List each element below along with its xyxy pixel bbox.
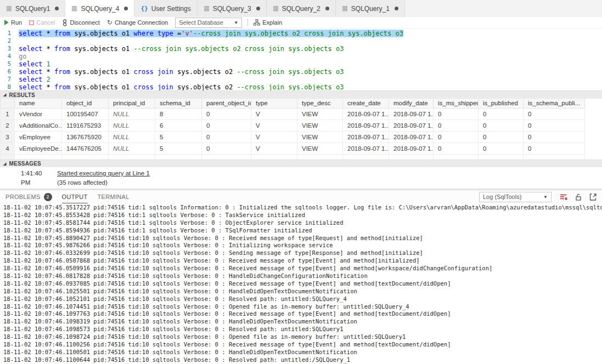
table-cell[interactable]: 2018-09-07 1... bbox=[389, 143, 434, 154]
table-cell[interactable]: NULL bbox=[109, 143, 155, 154]
table-cell[interactable]: NULL bbox=[109, 131, 155, 143]
column-header-type[interactable]: type bbox=[251, 99, 297, 108]
editor-line[interactable]: 5select 1 bbox=[0, 60, 602, 68]
table-cell[interactable]: 6 bbox=[155, 120, 202, 131]
table-cell[interactable]: 2018-09-07 1... bbox=[389, 131, 434, 143]
panel-tab-problems[interactable]: PROBLEMS2 bbox=[5, 190, 52, 203]
message-link[interactable]: Started executing query at Line 1 bbox=[57, 169, 150, 178]
editor-line[interactable]: 3select * from sys.objects o1 --cross jo… bbox=[0, 45, 602, 53]
editor-tab-sqlquery-1[interactable]: SQLQuery_1 bbox=[336, 0, 405, 17]
table-cell[interactable]: vAdditionalCo... bbox=[15, 120, 62, 131]
editor-tab-sqlquery-3[interactable]: SQLQuery_3 bbox=[198, 0, 267, 17]
editor-line[interactable]: 1select * from sys.objects o1 where type… bbox=[0, 30, 602, 37]
column-header-modify_date[interactable]: modify_date bbox=[389, 99, 434, 108]
scroll-lock-icon[interactable] bbox=[575, 194, 582, 201]
column-header-schema_id[interactable]: schema_id bbox=[155, 99, 202, 108]
editor-line[interactable]: 6select * from sys.objects o1 cross join… bbox=[0, 68, 602, 76]
change-connection-button[interactable]: ↻ Change Connection bbox=[107, 19, 168, 26]
column-header-type_desc[interactable]: type_desc bbox=[297, 99, 343, 108]
editor-line[interactable]: 8select * from sys.objects o1 cross join… bbox=[0, 83, 602, 90]
table-cell[interactable]: 0 bbox=[479, 108, 524, 120]
table-cell[interactable]: 0 bbox=[479, 131, 524, 143]
table-cell[interactable]: 2018-09-07 1... bbox=[343, 143, 389, 154]
dirty-indicator-icon[interactable] bbox=[325, 7, 329, 10]
editor-tab-user-settings[interactable]: {}User Settings bbox=[134, 0, 197, 17]
column-header-parent_object_id[interactable]: parent_object_id bbox=[202, 99, 251, 108]
table-cell[interactable]: 5 bbox=[155, 143, 202, 154]
table-cell[interactable]: 1447676205 bbox=[62, 143, 109, 154]
table-cell[interactable]: V bbox=[251, 120, 297, 131]
table-cell[interactable]: V bbox=[251, 143, 297, 154]
disconnect-button[interactable]: Disconnect bbox=[62, 19, 99, 26]
table-cell[interactable]: 0 bbox=[434, 108, 479, 120]
dirty-indicator-icon[interactable] bbox=[395, 7, 398, 10]
table-cell[interactable]: 2018-09-07 1... bbox=[343, 131, 389, 143]
table-cell[interactable]: 2018-09-07 1... bbox=[343, 108, 389, 120]
table-cell[interactable]: NULL bbox=[109, 108, 155, 120]
table-cell[interactable]: 1191675293 bbox=[62, 120, 109, 131]
table-cell[interactable]: 0 bbox=[524, 143, 585, 154]
output-channel-dropdown[interactable]: Log (SqlTools) ▼ bbox=[479, 192, 552, 202]
table-cell[interactable]: VIEW bbox=[297, 120, 343, 131]
table-cell[interactable]: 2018-09-07 1... bbox=[343, 120, 389, 131]
row-number-cell[interactable]: 3 bbox=[1, 131, 15, 143]
table-cell[interactable]: 0 bbox=[202, 108, 251, 120]
column-header-create_date[interactable]: create_date bbox=[343, 99, 389, 108]
table-cell[interactable]: 0 bbox=[434, 120, 479, 131]
row-number-cell[interactable]: 2 bbox=[1, 120, 15, 131]
editor-tab-sqlquery-4[interactable]: SQLQuery_4 bbox=[65, 0, 134, 17]
table-cell[interactable]: 0 bbox=[434, 143, 479, 154]
table-cell[interactable]: VIEW bbox=[297, 143, 343, 154]
column-header-principal_id[interactable]: principal_id bbox=[109, 99, 155, 108]
column-header-is_published[interactable]: is_published bbox=[479, 99, 524, 108]
table-cell[interactable]: 0 bbox=[524, 131, 585, 143]
table-cell[interactable]: 2018-09-07 1... bbox=[389, 120, 434, 131]
row-number-cell[interactable]: 4 bbox=[1, 143, 15, 154]
dirty-indicator-icon[interactable] bbox=[55, 7, 59, 10]
table-cell[interactable]: vEmployeeDe... bbox=[15, 143, 62, 154]
panel-tab-terminal[interactable]: TERMINAL bbox=[98, 190, 130, 203]
column-header-is_ms_shipped[interactable]: is_ms_shipped bbox=[434, 99, 479, 108]
results-section-header[interactable]: ◢ RESULTS bbox=[0, 90, 602, 99]
explain-button[interactable]: Explain bbox=[254, 19, 282, 26]
editor-line[interactable]: 4go bbox=[0, 53, 602, 60]
sql-editor[interactable]: 1select * from sys.objects o1 where type… bbox=[0, 29, 602, 90]
column-header-is_schema_publi[interactable]: is_schema_publi... bbox=[524, 99, 585, 108]
table-cell[interactable]: 5 bbox=[155, 131, 202, 143]
clear-output-icon[interactable] bbox=[559, 194, 567, 201]
table-row[interactable]: 3vEmployee1367675920NULL50VVIEW2018-09-0… bbox=[1, 131, 585, 143]
column-header-name[interactable]: name bbox=[15, 99, 62, 108]
table-cell[interactable]: 2018-09-07 1... bbox=[389, 108, 434, 120]
messages-section-header[interactable]: ◢ MESSAGES bbox=[0, 160, 602, 167]
table-row[interactable]: 2vAdditionalCo...1191675293NULL60VVIEW20… bbox=[1, 120, 585, 131]
output-log[interactable]: 18-11-02 10:07:45.3517227 pid:74516 tid:… bbox=[0, 203, 602, 364]
dirty-indicator-icon[interactable] bbox=[256, 7, 260, 10]
table-cell[interactable]: 1367675920 bbox=[62, 131, 109, 143]
table-cell[interactable]: V bbox=[251, 108, 297, 120]
editor-tab-sqlquery-2[interactable]: SQLQuery_2 bbox=[267, 0, 336, 17]
table-cell[interactable]: 8 bbox=[155, 108, 202, 120]
table-cell[interactable]: vEmployee bbox=[15, 131, 62, 143]
table-cell[interactable]: 0 bbox=[202, 131, 251, 143]
table-cell[interactable]: VIEW bbox=[297, 108, 343, 120]
table-cell[interactable]: 100195407 bbox=[62, 108, 109, 120]
panel-tab-output[interactable]: OUTPUT bbox=[62, 190, 88, 203]
dirty-indicator-icon[interactable] bbox=[124, 7, 128, 10]
editor-tab-sqlquery1[interactable]: SQLQuery1 bbox=[0, 0, 65, 17]
table-cell[interactable]: 0 bbox=[524, 108, 585, 120]
run-button[interactable]: Run bbox=[4, 19, 22, 26]
editor-line[interactable]: 7select 2 bbox=[0, 76, 602, 83]
row-number-cell[interactable]: 1 bbox=[1, 108, 15, 120]
table-cell[interactable]: 0 bbox=[202, 143, 251, 154]
column-header-object_id[interactable]: object_id bbox=[62, 99, 109, 108]
table-cell[interactable]: 0 bbox=[524, 120, 585, 131]
results-grid[interactable]: nameobject_idprincipal_idschema_idparent… bbox=[0, 99, 602, 160]
table-cell[interactable]: 0 bbox=[202, 120, 251, 131]
table-cell[interactable]: V bbox=[251, 131, 297, 143]
cancel-button[interactable]: Cancel bbox=[29, 19, 55, 26]
table-cell[interactable]: 0 bbox=[434, 131, 479, 143]
table-row[interactable]: 4vEmployeeDe...1447676205NULL50VVIEW2018… bbox=[1, 143, 585, 154]
database-dropdown[interactable]: Select Database ▼ bbox=[175, 18, 242, 28]
table-cell[interactable]: vVendor bbox=[15, 108, 62, 120]
table-cell[interactable]: VIEW bbox=[297, 131, 343, 143]
